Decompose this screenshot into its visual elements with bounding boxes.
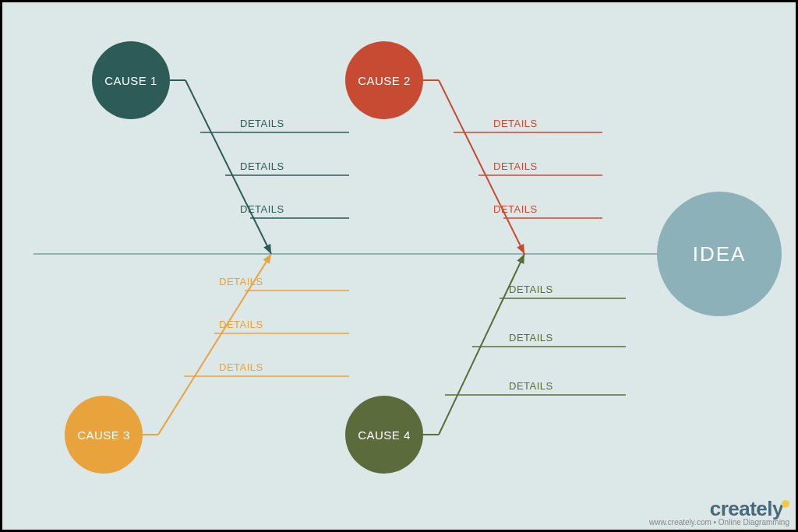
cause1-detail-2-label: DETAILS [240, 203, 284, 215]
brand-name: creately [710, 497, 783, 520]
cause1-detail-0-label: DETAILS [240, 118, 284, 129]
cause4-detail-2-label: DETAILS [509, 380, 553, 392]
cause3-detail-0-label: DETAILS [219, 276, 263, 287]
cause4-bone-diag [439, 254, 524, 435]
cause4-label: CAUSE 4 [358, 428, 411, 442]
brand-tagline: www.creately.com • Online Diagramming [649, 518, 789, 527]
footer: creately www.creately.com • Online Diagr… [649, 497, 789, 527]
cause1-detail-1-label: DETAILS [240, 160, 284, 172]
cause2-label: CAUSE 2 [358, 74, 411, 87]
cause1-label: CAUSE 1 [104, 74, 157, 87]
cause1-node[interactable]: CAUSE 1 [92, 41, 170, 119]
cause2-detail-1-label: DETAILS [493, 160, 538, 172]
cause2-node[interactable]: CAUSE 2 [345, 41, 423, 119]
cause3-label: CAUSE 3 [77, 428, 130, 442]
cause3-detail-1-label: DETAILS [219, 319, 263, 330]
idea-node[interactable]: IDEA [657, 192, 782, 316]
bulb-icon [782, 500, 789, 508]
cause4-detail-1-label: DETAILS [509, 332, 553, 344]
cause4-detail-0-label: DETAILS [509, 284, 553, 295]
diagram-frame: { "spine_y": 323, "idea": { "label": "ID… [0, 0, 798, 532]
cause2-detail-0-label: DETAILS [493, 118, 538, 129]
cause2-detail-2-label: DETAILS [493, 203, 538, 215]
idea-label: IDEA [693, 242, 747, 266]
cause3-detail-2-label: DETAILS [219, 361, 263, 373]
cause3-node[interactable]: CAUSE 3 [65, 396, 143, 474]
cause4-node[interactable]: CAUSE 4 [345, 396, 423, 474]
